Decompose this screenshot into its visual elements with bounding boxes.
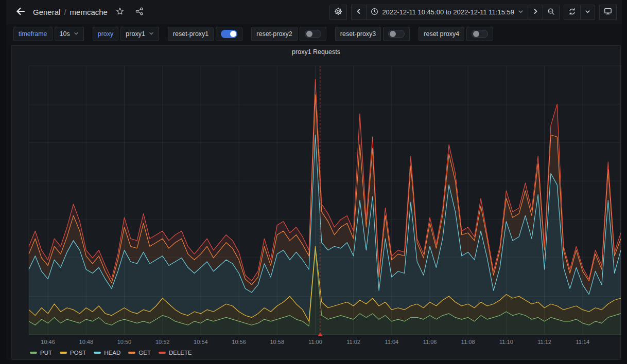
toggle-label: reset-proxy3 — [335, 27, 381, 41]
switch-off[interactable] — [305, 30, 321, 38]
proxy-label: proxy — [93, 27, 119, 41]
back-button[interactable] — [13, 5, 28, 20]
switch-knob — [306, 31, 312, 37]
x-tick-label: 11:06 — [423, 339, 437, 345]
x-tick-label: 11:10 — [499, 339, 513, 345]
switch-knob — [390, 31, 396, 37]
time-picker-group: 2022-12-11 10:45:00 to 2022-12-11 11:15:… — [351, 5, 560, 20]
variable-proxy: proxy proxy1 — [93, 27, 159, 41]
legend-item-put[interactable]: PUT — [30, 350, 52, 356]
proxy-select[interactable]: proxy1 — [120, 27, 159, 41]
chevron-down-icon — [149, 30, 154, 38]
time-range-picker[interactable]: 2022-12-11 10:45:00 to 2022-12-11 11:15:… — [366, 5, 528, 20]
x-tick-label: 10:48 — [79, 339, 94, 345]
toggle-label: reset proxy4 — [419, 27, 464, 41]
chevron-down-icon — [585, 8, 590, 16]
x-tick-label: 11:08 — [461, 339, 475, 345]
refresh-interval-dropdown[interactable] — [580, 5, 595, 20]
chevron-right-icon — [532, 8, 538, 16]
breadcrumb-separator: / — [64, 8, 66, 16]
top-nav: General / memcache — [6, 0, 622, 24]
x-tick-label: 10:58 — [270, 339, 284, 345]
timeframe-select[interactable]: 10s — [55, 27, 84, 41]
timeseries-panel: proxy1 Requests 02 K4 K6 K8 K10 K12 K14 … — [11, 45, 621, 360]
time-range-text: 2022-12-11 10:45:00 to 2022-12-11 11:15:… — [382, 8, 514, 16]
x-tick-label: 10:50 — [117, 339, 132, 345]
breadcrumb-section[interactable]: General — [33, 8, 60, 16]
chart-plot-area[interactable] — [29, 66, 621, 335]
clock-icon — [371, 8, 378, 17]
toggle-label: reset-proxy2 — [251, 27, 297, 41]
toggle-switch-3[interactable] — [383, 27, 410, 41]
share-button[interactable] — [132, 5, 147, 20]
x-tick-label: 11:12 — [537, 339, 551, 345]
x-tick-label: 11:02 — [346, 339, 360, 345]
zoom-out-button[interactable] — [543, 5, 560, 20]
legend-swatch — [128, 352, 135, 354]
switch-knob — [473, 31, 479, 37]
toggle-label: reset-proxy1 — [168, 27, 214, 41]
chart-legend: PUTPOSTHEADGETDELETE — [30, 350, 192, 356]
legend-label: HEAD — [104, 350, 120, 356]
legend-label: POST — [70, 350, 86, 356]
timeframe-label: timeframe — [13, 27, 53, 41]
variable-reset-proxy4: reset proxy4 — [419, 27, 493, 41]
legend-swatch — [94, 352, 101, 354]
refresh-button[interactable] — [564, 5, 581, 20]
legend-swatch — [159, 352, 166, 354]
dashboard-settings-button[interactable] — [329, 5, 347, 20]
x-tick-label: 10:54 — [194, 339, 208, 345]
timeframe-value: 10s — [60, 30, 70, 38]
favorite-button[interactable] — [113, 5, 127, 20]
legend-item-post[interactable]: POST — [60, 350, 86, 356]
toggle-switch-4[interactable] — [466, 27, 493, 41]
x-tick-label: 11:00 — [308, 339, 322, 345]
toggle-switch-1[interactable] — [216, 27, 242, 41]
panel-title[interactable]: proxy1 Requests — [12, 48, 620, 56]
variable-timeframe: timeframe 10s — [13, 27, 84, 41]
refresh-icon — [568, 8, 576, 17]
gear-icon — [334, 7, 342, 17]
toggle-switch-2[interactable] — [300, 27, 326, 41]
x-tick-label: 10:56 — [232, 339, 246, 345]
legend-item-get[interactable]: GET — [128, 350, 151, 356]
switch-off[interactable] — [388, 30, 405, 38]
annotation-marker-triangle[interactable] — [318, 333, 323, 336]
switch-off[interactable] — [472, 30, 488, 38]
refresh-picker-group — [564, 5, 595, 20]
legend-label: PUT — [40, 350, 52, 356]
breadcrumb: General / memcache — [33, 8, 108, 16]
variable-reset-proxy2: reset-proxy2 — [251, 27, 326, 41]
x-tick-label: 11:04 — [385, 339, 398, 345]
legend-label: GET — [138, 350, 151, 356]
chart-canvas[interactable] — [29, 66, 621, 335]
time-shift-back-button[interactable] — [351, 5, 367, 20]
toggle-variables: reset-proxy1reset-proxy2reset-proxy3rese… — [168, 27, 493, 41]
legend-label: DELETE — [169, 350, 192, 356]
time-shift-forward-button[interactable] — [528, 5, 543, 20]
x-tick-label: 10:52 — [155, 339, 170, 345]
grafana-app: General / memcache — [6, 0, 622, 360]
chevron-down-icon — [74, 30, 79, 38]
chevron-down-icon — [518, 8, 524, 16]
switch-knob — [230, 31, 236, 37]
legend-item-delete[interactable]: DELETE — [159, 350, 192, 356]
star-icon — [116, 7, 124, 17]
legend-swatch — [60, 352, 67, 354]
x-tick-label: 11:14 — [576, 339, 589, 345]
proxy-value: proxy1 — [126, 30, 145, 38]
back-arrow-icon — [15, 6, 26, 18]
breadcrumb-page[interactable]: memcache — [70, 8, 108, 16]
legend-item-head[interactable]: HEAD — [94, 350, 120, 356]
legend-swatch — [30, 352, 37, 354]
monitor-icon — [604, 7, 612, 17]
kiosk-mode-button[interactable] — [599, 5, 617, 20]
variable-reset-proxy3: reset-proxy3 — [335, 27, 410, 41]
x-tick-label: 10:46 — [41, 339, 55, 345]
chevron-left-icon — [356, 8, 362, 16]
share-icon — [135, 7, 144, 17]
variable-reset-proxy1: reset-proxy1 — [168, 27, 242, 41]
zoom-out-icon — [547, 8, 555, 17]
dashboard-variables: timeframe 10s proxy proxy1 reset-proxy1r… — [13, 26, 493, 42]
switch-on[interactable] — [221, 30, 237, 38]
